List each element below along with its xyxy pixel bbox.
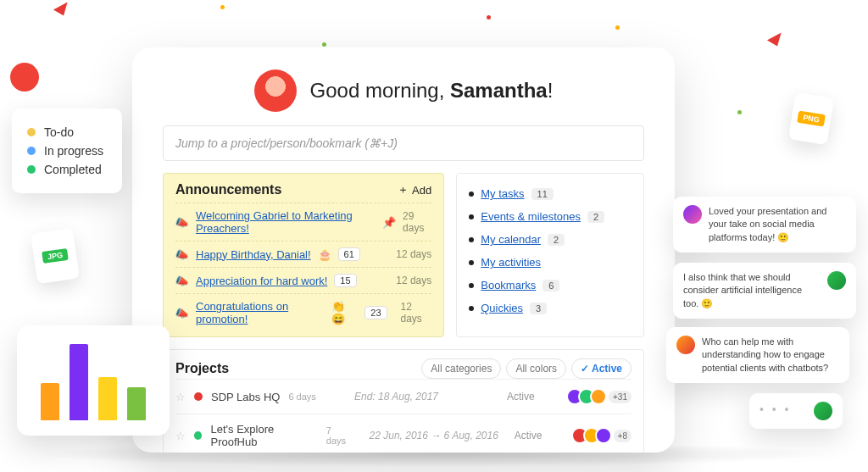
quicklink-count: 2 <box>587 211 604 223</box>
chat-message: Who can help me with understanding how t… <box>666 327 849 383</box>
avatar <box>827 271 846 290</box>
user-avatar[interactable] <box>254 69 297 112</box>
announcement-age: 12 days <box>401 301 432 325</box>
star-icon[interactable]: ☆ <box>175 430 186 442</box>
project-dates: 22 Jun, 2016 → 6 Aug, 2016 <box>370 430 506 441</box>
emoji-icon: 👏 😄 <box>331 300 358 325</box>
project-name[interactable]: Let's Explore ProofHub <box>210 423 317 448</box>
chat-text: Who can help me with understanding how t… <box>702 336 839 375</box>
project-status: Active <box>515 430 563 441</box>
announcement-age: 12 days <box>396 275 431 286</box>
announcement-item[interactable]: 📣 Welcoming Gabriel to Marketing Preache… <box>175 203 431 241</box>
project-members[interactable]: +31 <box>566 388 632 405</box>
announcement-title[interactable]: Welcoming Gabriel to Marketing Preachers… <box>196 209 369 235</box>
legend-item: To-do <box>27 125 103 139</box>
announcement-age: 29 days <box>403 210 431 234</box>
chat-message: Loved your presentation and your take on… <box>673 197 856 253</box>
project-color-dot <box>194 431 202 440</box>
bullet-icon <box>469 260 474 265</box>
quicklinks-panel: My tasks 11 Events & milestones 2 My cal… <box>456 173 644 337</box>
legend-label: To-do <box>44 125 74 139</box>
file-badge-jpg: JPG <box>31 228 80 284</box>
greeting: Good morning, Samantha! <box>310 79 554 103</box>
bullet-icon <box>469 192 474 197</box>
filter-categories[interactable]: All categories <box>421 358 501 379</box>
reaction-count: 15 <box>334 274 356 287</box>
project-members[interactable]: +8 <box>571 427 632 444</box>
projects-title: Projects <box>175 361 229 376</box>
quicklink-item[interactable]: My calendar 2 <box>469 228 632 251</box>
quicklink-count: 2 <box>548 234 565 246</box>
quicklink-label[interactable]: My tasks <box>481 187 524 200</box>
chat-text: Loved your presentation and your take on… <box>709 205 846 244</box>
chat-text: I also think that we should consider art… <box>683 271 817 310</box>
emoji-icon: 🎂 <box>318 248 331 261</box>
greeting-name: Samantha <box>450 79 548 102</box>
quicklink-label[interactable]: Events & milestones <box>481 210 581 223</box>
greeting-suffix: ! <box>548 79 554 102</box>
announcement-item[interactable]: 📣 Congratulations on promotion! 👏 😄 23 1… <box>175 293 431 331</box>
status-legend: To-do In progress Completed <box>12 108 122 193</box>
reaction-count: 61 <box>338 247 360 261</box>
bar-chart <box>17 325 170 436</box>
project-row[interactable]: ☆ Let's Explore ProofHub 7 days 22 Jun, … <box>175 414 632 453</box>
avatar <box>683 205 702 224</box>
bullet-icon <box>469 306 474 311</box>
legend-item: Completed <box>27 163 103 176</box>
projects-panel: Projects All categories All colors Activ… <box>163 349 644 453</box>
legend-item: In progress <box>27 144 103 158</box>
members-more: +31 <box>609 391 632 403</box>
announcement-age: 12 days <box>396 248 431 260</box>
chat-typing: • • • <box>749 393 843 429</box>
reaction-count: 23 <box>364 306 387 319</box>
announcement-title[interactable]: Congratulations on promotion! <box>196 300 325 325</box>
quicklink-item[interactable]: Quickies 3 <box>469 297 632 319</box>
quicklink-label[interactable]: My activities <box>481 256 541 269</box>
announcement-title[interactable]: Appreciation for hard work! <box>196 275 327 287</box>
chart-bar <box>127 387 146 420</box>
avatar <box>814 402 832 420</box>
filter-colors[interactable]: All colors <box>506 358 566 379</box>
announcement-item[interactable]: 📣 Appreciation for hard work! 15 12 days <box>175 267 431 293</box>
announcement-title[interactable]: Happy Birthday, Danial! <box>196 248 311 261</box>
project-color-dot <box>194 392 203 401</box>
add-label: Add <box>412 184 431 197</box>
chart-bar <box>70 344 88 420</box>
quicklink-count: 6 <box>542 280 559 292</box>
chat-message: I also think that we should consider art… <box>673 263 856 319</box>
members-more: +8 <box>614 430 632 442</box>
quicklink-item[interactable]: My activities <box>469 251 632 274</box>
quicklink-count: 3 <box>530 303 547 314</box>
project-age: 6 days <box>288 391 315 402</box>
star-icon[interactable]: ☆ <box>175 391 186 403</box>
typing-indicator: • • • <box>760 402 804 419</box>
quicklink-label[interactable]: Bookmarks <box>481 279 536 292</box>
chart-bar <box>41 383 59 420</box>
file-type-label: PNG <box>797 111 825 127</box>
bullet-icon <box>469 283 474 288</box>
page-header: Good morning, Samantha! <box>163 69 644 112</box>
add-announcement-button[interactable]: ＋ Add <box>398 182 431 197</box>
quicklink-item[interactable]: Events & milestones 2 <box>469 205 632 228</box>
announcement-item[interactable]: 📣 Happy Birthday, Danial! 🎂 61 12 days <box>175 241 431 267</box>
megaphone-icon: 📣 <box>175 307 189 319</box>
quicklink-item[interactable]: Bookmarks 6 <box>469 274 632 297</box>
search-input[interactable]: Jump to a project/person/bookmark (⌘+J) <box>163 125 644 161</box>
quicklink-label[interactable]: My calendar <box>481 233 541 246</box>
project-name[interactable]: SDP Labs HQ <box>211 391 280 403</box>
quicklink-item[interactable]: My tasks 11 <box>469 182 632 205</box>
quicklink-label[interactable]: Quickies <box>481 302 523 314</box>
bullet-icon <box>469 237 474 242</box>
avatar <box>676 336 695 354</box>
plus-icon: ＋ <box>398 182 409 197</box>
app-window: Good morning, Samantha! Jump to a projec… <box>132 47 675 453</box>
legend-label: In progress <box>44 144 103 158</box>
search-placeholder: Jump to a project/person/bookmark (⌘+J) <box>175 136 398 150</box>
filter-active[interactable]: Active <box>571 358 632 379</box>
project-row[interactable]: ☆ SDP Labs HQ 6 days End: 18 Aug, 2017 A… <box>175 379 632 414</box>
chart-bar <box>98 377 117 420</box>
file-badge-png: PNG <box>788 92 834 146</box>
megaphone-icon: 📣 <box>175 248 189 261</box>
pin-icon: 📌 <box>382 216 396 229</box>
bullet-icon <box>469 214 474 219</box>
